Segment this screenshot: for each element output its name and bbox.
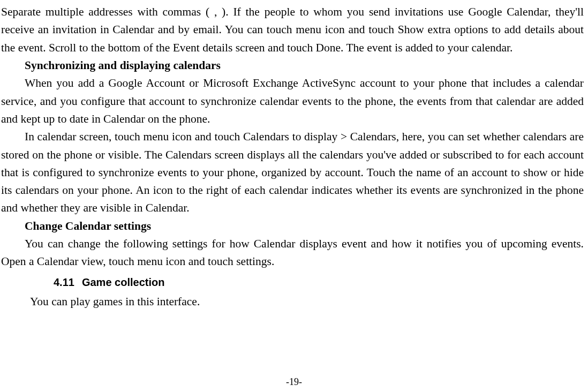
section-number: 4.11 (54, 276, 74, 288)
paragraph-intro: Separate multiple addresses with commas … (1, 3, 584, 57)
paragraph-game: You can play games in this interface. (1, 293, 584, 311)
page-number: -19- (0, 376, 588, 388)
paragraph-sync-2: In calendar screen, touch menu icon and … (1, 128, 584, 217)
paragraph-sync-1: When you add a Google Account or Microso… (1, 74, 584, 128)
paragraph-change: You can change the following settings fo… (1, 235, 584, 271)
heading-change-settings: Change Calendar settings (1, 217, 584, 235)
section-heading-game: 4.11Game collection (1, 274, 584, 291)
document-page: Separate multiple addresses with commas … (0, 0, 588, 316)
section-title: Game collection (82, 276, 165, 288)
heading-synchronizing: Synchronizing and displaying calendars (1, 57, 584, 74)
